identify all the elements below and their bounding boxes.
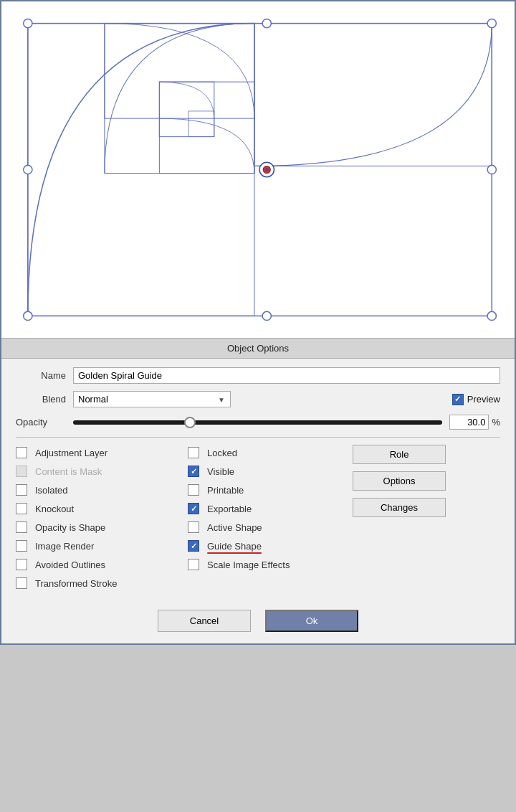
printable-label: Printable [207, 485, 244, 496]
locked-checkbox[interactable] [188, 447, 199, 458]
checkbox-isolated: Isolated [16, 481, 188, 499]
panel-title-text: Object Options [227, 343, 289, 354]
bottom-buttons: Cancel Ok [1, 600, 515, 643]
panel-title: Object Options [1, 339, 515, 359]
preview-group: Preview [452, 394, 500, 405]
opacity-is-shape-label: Opacity is Shape [35, 522, 105, 533]
blend-label: Blend [16, 394, 66, 405]
opacity-percent-sign: % [492, 417, 500, 428]
locked-label: Locked [207, 448, 237, 458]
visible-label: Visible [207, 466, 234, 477]
isolated-label: Isolated [35, 485, 68, 496]
avoided-outlines-label: Avoided Outlines [35, 560, 105, 570]
opacity-row: Opacity % [16, 415, 500, 430]
content-is-mask-label: Content is Mask [35, 466, 102, 477]
checkbox-avoided-outlines: Avoided Outlines [16, 555, 188, 574]
guide-shape-label: Guide Shape [207, 541, 262, 552]
checkbox-visible: Visible [188, 462, 353, 481]
active-shape-label: Active Shape [207, 522, 262, 533]
blend-select-container: Normal Multiply Screen Overlay [73, 391, 231, 407]
cancel-button[interactable]: Cancel [158, 610, 251, 632]
adjustment-layer-label: Adjustment Layer [35, 448, 108, 458]
transformed-stroke-checkbox[interactable] [16, 577, 27, 589]
checkbox-image-render: Image Render [16, 537, 188, 555]
options-button[interactable]: Options [353, 471, 446, 491]
checkbox-locked: Locked [188, 443, 353, 462]
checkbox-col2: Locked Visible Printable Exportable Acti… [188, 443, 353, 593]
checkbox-exportable: Exportable [188, 499, 353, 518]
visible-checkbox[interactable] [188, 466, 199, 477]
svg-point-12 [24, 165, 32, 174]
svg-point-14 [24, 311, 32, 320]
opacity-label: Opacity [16, 417, 66, 428]
options-area: Name Blend Normal Multiply Screen Overla… [1, 359, 515, 600]
knockout-checkbox[interactable] [16, 503, 27, 514]
divider [16, 437, 500, 438]
checkbox-content-is-mask: Content is Mask [16, 462, 188, 481]
role-button[interactable]: Role [353, 445, 446, 464]
image-render-checkbox[interactable] [16, 540, 27, 552]
isolated-checkbox[interactable] [16, 484, 27, 496]
svg-point-15 [262, 311, 271, 320]
svg-point-13 [487, 165, 496, 174]
printable-checkbox[interactable] [188, 484, 199, 496]
checkbox-knockout: Knockout [16, 499, 188, 518]
checkbox-guide-shape: Guide Shape [188, 537, 353, 555]
blend-select[interactable]: Normal Multiply Screen Overlay [73, 391, 231, 407]
checkbox-printable: Printable [188, 481, 353, 499]
transformed-stroke-label: Transformed Stroke [35, 578, 117, 589]
svg-point-10 [262, 19, 271, 27]
checkbox-transformed-stroke: Transformed Stroke [16, 574, 188, 593]
content-is-mask-checkbox[interactable] [16, 466, 27, 477]
opacity-slider-track[interactable] [73, 420, 442, 425]
object-options-dialog: Object Options Name Blend Normal Multipl… [0, 0, 516, 645]
preview-checkbox[interactable] [452, 394, 464, 405]
checkbox-opacity-is-shape: Opacity is Shape [16, 518, 188, 537]
checkbox-scale-image-effects: Scale Image Effects [188, 555, 353, 574]
side-buttons-col: Role Options Changes [353, 443, 460, 593]
active-shape-checkbox[interactable] [188, 521, 199, 533]
canvas-preview [1, 1, 515, 339]
image-render-label: Image Render [35, 541, 94, 552]
checkbox-active-shape: Active Shape [188, 518, 353, 537]
opacity-input[interactable] [449, 415, 489, 430]
preview-label: Preview [467, 394, 500, 405]
checkbox-adjustment-layer: Adjustment Layer [16, 443, 188, 462]
guide-shape-checkbox[interactable] [188, 540, 199, 552]
knockout-label: Knockout [35, 504, 74, 514]
exportable-label: Exportable [207, 504, 252, 514]
blend-row: Blend Normal Multiply Screen Overlay Pre… [16, 391, 500, 407]
avoided-outlines-checkbox[interactable] [16, 559, 27, 570]
name-label: Name [16, 370, 66, 381]
svg-point-9 [24, 19, 32, 27]
scale-image-effects-checkbox[interactable] [188, 559, 199, 570]
name-row: Name [16, 367, 500, 384]
checkboxes-section: Adjustment Layer Content is Mask Isolate… [16, 443, 500, 593]
scale-image-effects-label: Scale Image Effects [207, 560, 290, 570]
svg-rect-0 [9, 1, 506, 338]
opacity-slider-thumb[interactable] [184, 417, 196, 428]
exportable-checkbox[interactable] [188, 503, 199, 514]
changes-button[interactable]: Changes [353, 498, 446, 517]
svg-point-11 [487, 19, 496, 27]
name-input[interactable] [73, 367, 500, 384]
opacity-is-shape-checkbox[interactable] [16, 521, 27, 533]
svg-point-16 [487, 311, 496, 320]
blend-select-wrapper: Normal Multiply Screen Overlay [73, 391, 452, 407]
svg-point-19 [265, 168, 268, 171]
checkbox-col1: Adjustment Layer Content is Mask Isolate… [16, 443, 188, 593]
ok-button[interactable]: Ok [265, 610, 358, 632]
adjustment-layer-checkbox[interactable] [16, 447, 27, 458]
